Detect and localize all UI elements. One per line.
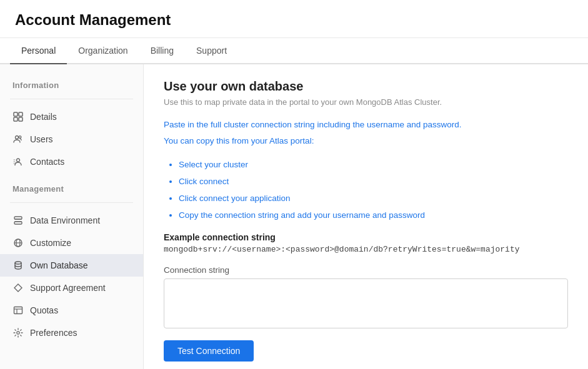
svg-point-14 [15,262,21,264]
step-4: Copy the connection string and add your … [179,207,568,224]
step-3: Click connect your application [179,190,568,207]
info-line1: Paste in the full cluster connection str… [164,118,568,132]
svg-rect-3 [19,117,22,121]
tabs-bar: Personal Organization Billing Support [0,38,588,64]
info-line2: You can copy this from your Atlas portal… [164,134,568,148]
sidebar: Information Details [0,64,144,369]
sidebar-item-support-label: Support Agreement [30,283,106,293]
example-string: mongodb+srv://<username>:<password>@doma… [164,245,568,254]
sidebar-item-customize[interactable]: Customize [0,232,143,254]
svg-rect-0 [14,112,17,116]
example-label: Example connection string [164,232,568,242]
sidebar-item-preferences-label: Preferences [30,328,77,338]
sidebar-item-own-db-label: Own Database [30,260,88,270]
svg-rect-2 [14,117,17,121]
grid-icon [12,111,24,122]
svg-rect-16 [14,307,22,314]
tab-personal[interactable]: Personal [10,38,67,64]
svg-marker-15 [14,284,22,292]
svg-point-19 [17,332,19,334]
data-icon [12,215,24,226]
sidebar-item-users-label: Users [30,134,53,144]
connection-string-input[interactable] [164,278,568,328]
sidebar-divider-1 [10,99,133,99]
db-icon [12,260,24,271]
sidebar-item-data-env-label: Data Environment [30,215,100,225]
step-2: Click connect [179,173,568,190]
tab-support[interactable]: Support [185,38,238,64]
content-title: Use your own database [164,79,568,94]
sidebar-item-preferences[interactable]: Preferences [0,322,143,344]
sidebar-item-support-agreement[interactable]: Support Agreement [0,277,143,299]
sidebar-item-quotas-label: Quotas [30,305,58,315]
main-layout: Information Details [0,64,588,369]
svg-rect-1 [19,112,22,116]
sidebar-item-details-label: Details [30,112,57,122]
tab-billing[interactable]: Billing [139,38,185,64]
svg-rect-7 [14,217,22,219]
cog-icon [12,327,24,338]
sidebar-item-quotas[interactable]: Quotas [0,299,143,322]
sidebar-divider-2 [10,202,133,203]
steps-list: Select your cluster Click connect Click … [179,156,568,224]
users-icon [12,134,24,145]
sidebar-item-data-environment[interactable]: Data Environment [0,209,143,232]
sidebar-item-own-database[interactable]: Own Database [0,254,143,277]
sidebar-item-details[interactable]: Details [0,106,143,128]
sidebar-item-users[interactable]: Users [0,128,143,150]
connection-label: Connection string [164,265,568,275]
tab-organization[interactable]: Organization [67,38,139,64]
sidebar-section-information: Information [0,77,143,92]
sidebar-item-contacts-label: Contacts [30,157,64,167]
svg-point-5 [19,136,21,139]
sidebar-section-management: Management [0,180,143,196]
content-subtitle: Use this to map private data in the port… [164,97,568,107]
page-title: Account Management [0,0,588,38]
sidebar-item-contacts[interactable]: Contacts [0,150,143,173]
content-area: Use your own database Use this to map pr… [144,64,588,369]
contacts-icon [12,156,24,167]
globe-icon [12,237,24,248]
test-connection-button[interactable]: Test Connection [164,340,254,362]
svg-point-6 [17,159,20,162]
step-1: Select your cluster [179,156,568,173]
sidebar-item-customize-label: Customize [30,238,71,248]
svg-rect-8 [14,222,22,224]
table-icon [12,305,24,316]
svg-point-4 [16,136,19,139]
diamond-icon [12,282,24,293]
